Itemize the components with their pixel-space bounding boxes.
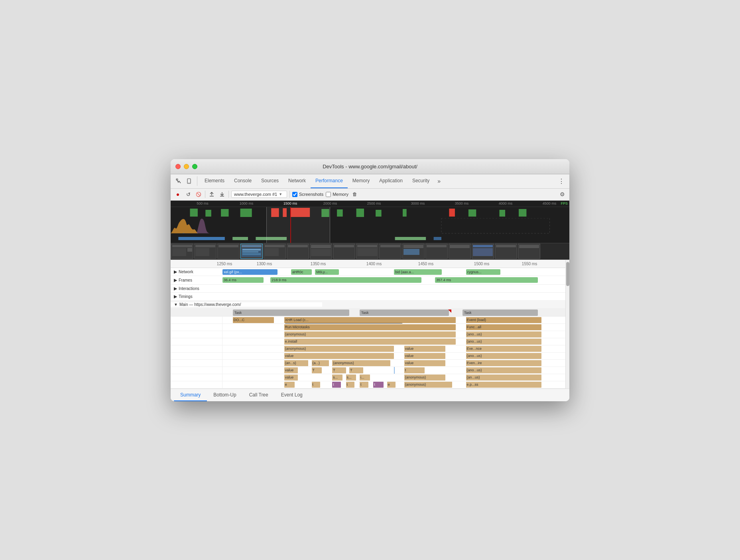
block-anon-5[interactable]: (anonymous)	[332, 360, 390, 366]
block-doc[interactable]: DO...C	[233, 317, 274, 323]
upload-button[interactable]	[208, 190, 216, 198]
task-bar-1[interactable]: Task	[233, 310, 349, 316]
tab-call-tree[interactable]: Call Tree	[243, 389, 275, 401]
close-button[interactable]	[175, 164, 181, 169]
block-e1[interactable]: e	[284, 382, 295, 388]
network-bar-ahr0c[interactable]: aHR0c	[291, 269, 312, 275]
tab-application[interactable]: Application	[374, 174, 407, 188]
interactions-track-label[interactable]: ▶ Interactions	[171, 286, 222, 291]
memory-checkbox-input[interactable]	[326, 192, 331, 197]
tab-bottom-up[interactable]: Bottom-Up	[207, 389, 242, 401]
interactions-track[interactable]: ▶ Interactions	[171, 285, 565, 293]
block-ans[interactable]: (an...s)	[284, 360, 308, 366]
block-value-3[interactable]: value	[404, 353, 445, 359]
main-thread-header[interactable]: ▼ Main — https://www.theverge.com/	[171, 301, 565, 309]
main-track-label[interactable]: ▼ Main — https://www.theverge.com/	[171, 302, 322, 307]
block-funcall[interactable]: Func...all	[466, 324, 541, 330]
screenshots-checkbox[interactable]: Screenshots	[292, 192, 323, 197]
frame-bar-1[interactable]: 36.4 ms	[222, 277, 264, 283]
overview-chart[interactable]	[171, 207, 569, 243]
task-bar-2[interactable]: Task	[360, 310, 449, 316]
clear-button[interactable]: 🚫	[195, 190, 203, 198]
block-event-load[interactable]: Event (load)	[466, 317, 541, 323]
block-T2[interactable]: T	[332, 367, 346, 373]
block-anon-2[interactable]: (ano...us)	[466, 331, 541, 337]
block-value-4[interactable]: value	[404, 360, 445, 366]
block-epss[interactable]: e.p...ss	[466, 382, 541, 388]
block-t2c[interactable]: t	[360, 382, 368, 388]
block-s1[interactable]: s...	[332, 375, 342, 381]
refresh-button[interactable]: ↺	[184, 190, 192, 198]
block-s2[interactable]: s...	[346, 375, 356, 381]
block-anon-3[interactable]: (ano...us)	[466, 339, 541, 345]
block-anous-2[interactable]: (ano...us)	[466, 353, 541, 359]
inspector-icon[interactable]	[174, 176, 183, 186]
block-value-1[interactable]: value	[404, 346, 445, 352]
block-t-purple-1[interactable]: t	[332, 382, 341, 388]
settings-button[interactable]: ⚙	[558, 190, 566, 198]
mobile-icon[interactable]	[184, 176, 194, 186]
recording-selector[interactable]: www.theverge.com #1 ▼	[231, 191, 287, 198]
frames-track-label[interactable]: ▶ Frames	[171, 278, 222, 283]
network-bar-m6ly[interactable]: M6Ly...	[315, 269, 339, 275]
block-anous-3[interactable]: (ano...us)	[466, 367, 541, 373]
frames-track[interactable]: ▶ Frames 36.4 ms 218.9 ms 357.4 ms	[171, 276, 565, 285]
network-bar-xelgif[interactable]: xel.gif (px...	[222, 269, 278, 275]
tab-sources[interactable]: Sources	[256, 174, 283, 188]
tab-memory[interactable]: Memory	[348, 174, 374, 188]
block-xhr[interactable]: XHR Load (c...	[284, 317, 456, 323]
block-evenire[interactable]: Even...ire	[466, 360, 541, 366]
vertical-scrollbar[interactable]	[565, 260, 569, 388]
minimize-button[interactable]	[184, 164, 189, 169]
record-button[interactable]: ●	[174, 190, 182, 198]
playhead[interactable]	[290, 207, 291, 243]
network-track[interactable]: ▶ Network xel.gif (px... aHR0c M6Ly... b…	[171, 268, 565, 276]
block-e2[interactable]: e	[387, 382, 396, 388]
block-T1[interactable]: T	[312, 367, 322, 373]
timings-track-label[interactable]: ▶ Timings	[171, 294, 222, 299]
block-t-purple-2[interactable]: t	[373, 382, 384, 388]
block-anon-4[interactable]: (anonymous)	[284, 346, 394, 352]
scrollbar-thumb[interactable]	[566, 262, 569, 286]
tab-console[interactable]: Console	[229, 174, 256, 188]
block-a[interactable]: (a...)	[312, 360, 329, 366]
tab-performance[interactable]: Performance	[311, 174, 348, 188]
tab-summary[interactable]: Summary	[174, 389, 207, 401]
frame-bar-3[interactable]: 357.4 ms	[435, 277, 538, 283]
block-value-2[interactable]: value	[284, 353, 394, 359]
block-anon-7[interactable]: (anonymous)	[404, 382, 452, 388]
frame-bar-2[interactable]: 218.9 ms	[270, 277, 421, 283]
maximize-button[interactable]	[192, 164, 197, 169]
block-t1[interactable]: t	[404, 367, 425, 373]
block-einstall[interactable]: e.install	[284, 339, 456, 345]
network-bar-bid[interactable]: bid (aax.a...	[394, 269, 442, 275]
timeline-area[interactable]: 500 ms 1000 ms 1500 ms 2000 ms 2500 ms 3…	[171, 201, 569, 260]
block-microtasks[interactable]: Run Microtasks	[284, 324, 456, 330]
tracks-panel[interactable]: 1250 ms 1300 ms 1350 ms 1400 ms 1450 ms …	[171, 260, 565, 388]
network-bar-cygnus[interactable]: cygnus...	[466, 269, 500, 275]
task-bar-3[interactable]: Task	[462, 310, 538, 316]
more-tabs-button[interactable]: »	[434, 178, 444, 184]
block-i1[interactable]: i...	[360, 375, 370, 381]
timeline-selection[interactable]	[266, 207, 330, 243]
block-value-5[interactable]: value	[284, 367, 298, 373]
block-anon-1[interactable]: (anonymous)	[284, 331, 456, 337]
devtools-menu-button[interactable]: ⋮	[557, 176, 566, 186]
block-anon-6[interactable]: (anonymous)	[404, 375, 445, 381]
block-t2b[interactable]: t	[346, 382, 355, 388]
timings-track[interactable]: ▶ Timings	[171, 293, 565, 301]
block-evence[interactable]: Eve...nce	[466, 346, 541, 352]
block-t2a[interactable]: t	[312, 382, 321, 388]
tab-security[interactable]: Security	[407, 174, 434, 188]
delete-recording-button[interactable]: 🗑	[351, 190, 359, 198]
network-track-label[interactable]: ▶ Network	[171, 269, 222, 274]
tab-elements[interactable]: Elements	[200, 174, 229, 188]
tab-event-log[interactable]: Event Log	[275, 389, 309, 401]
download-button[interactable]	[218, 190, 226, 198]
block-anus-4[interactable]: (an...us)	[466, 375, 541, 381]
memory-checkbox[interactable]: Memory	[326, 192, 348, 197]
tab-network[interactable]: Network	[283, 174, 311, 188]
screenshots-checkbox-input[interactable]	[292, 192, 297, 197]
block-value-6[interactable]: value	[284, 375, 298, 381]
block-T3[interactable]: T	[349, 367, 363, 373]
